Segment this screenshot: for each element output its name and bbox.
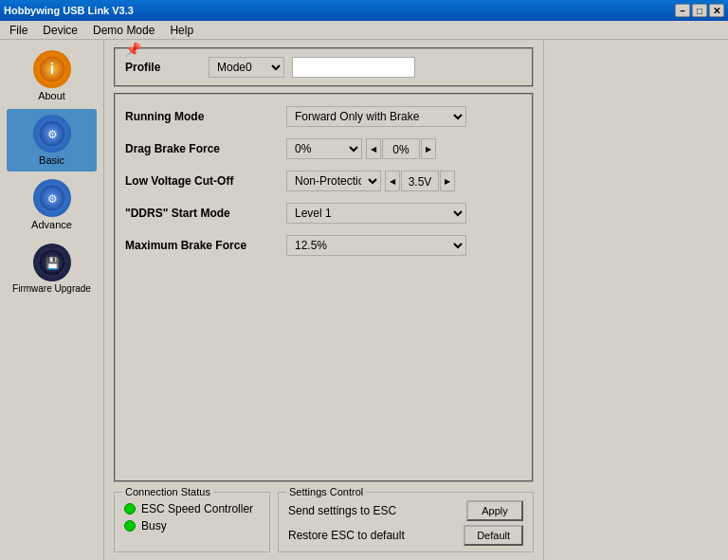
maximize-button[interactable]: □ [692, 4, 707, 17]
window-controls: – □ ✕ [675, 4, 724, 17]
profile-section: 📌 Profile Mode0 Mode1 Mode2 Mode3 [114, 47, 534, 87]
max-brake-label: Maximum Brake Force [125, 239, 277, 252]
max-brake-dropdown[interactable]: 12.5% 25% 37.5% 50% 62.5% 75% 87.5% 100% [286, 235, 466, 256]
busy-status-row: Busy [124, 519, 260, 533]
menu-demo-mode[interactable]: Demo Mode [85, 22, 162, 39]
menu-help[interactable]: Help [162, 22, 201, 39]
max-brake-control: 12.5% 25% 37.5% 50% 62.5% 75% 87.5% 100% [286, 235, 466, 256]
low-voltage-dropdown[interactable]: Non-Protection Auto Manual [286, 171, 381, 191]
max-brake-row: Maximum Brake Force 12.5% 25% 37.5% 50% … [125, 235, 522, 256]
send-to-esc-row: Send settings to ESC Apply [288, 500, 523, 521]
ddrs-row: "DDRS" Start Mode Level 1 Level 2 Level … [125, 203, 522, 224]
drag-brake-decrease[interactable]: ◀ [366, 138, 381, 159]
menu-device[interactable]: Device [35, 22, 85, 39]
send-to-esc-label: Send settings to ESC [288, 504, 396, 517]
low-voltage-row: Low Voltage Cut-Off Non-Protection Auto … [125, 171, 522, 191]
sidebar-label-about: About [38, 90, 65, 101]
esc-status-label: ESC Speed Controller [141, 502, 253, 515]
ddrs-control: Level 1 Level 2 Level 3 Level 4 Level 5 [286, 203, 466, 224]
connection-status-title: Connection Status [122, 486, 213, 497]
profile-name-input[interactable] [292, 57, 415, 78]
pin-icon: 📌 [125, 42, 141, 57]
main-content: 📌 Profile Mode0 Mode1 Mode2 Mode3 Runnin… [104, 40, 543, 560]
running-mode-control: Forward Only with Brake Forward/Backward… [286, 106, 466, 127]
drag-brake-control: 0% 25% 50% 75% 100% ◀ 0% ▶ [286, 138, 436, 159]
drag-brake-spinner: ◀ 0% ▶ [366, 138, 436, 159]
connection-status-box: Connection Status ESC Speed Controller B… [114, 492, 270, 552]
svg-text:i: i [49, 61, 53, 77]
minimize-button[interactable]: – [675, 4, 690, 17]
sidebar-item-advance[interactable]: ⚙ Advance [7, 173, 97, 236]
sidebar-label-advance: Advance [31, 219, 72, 230]
restore-default-label: Restore ESC to default [288, 529, 405, 542]
title-bar: Hobbywing USB Link V3.3 – □ ✕ [0, 0, 728, 21]
menu-bar: File Device Demo Mode Help [0, 21, 728, 40]
bottom-area: Connection Status ESC Speed Controller B… [114, 488, 534, 552]
drag-brake-row: Drag Brake Force 0% 25% 50% 75% 100% ◀ 0… [125, 138, 522, 159]
low-voltage-decrease[interactable]: ◀ [385, 171, 400, 191]
drag-brake-value: 0% [382, 138, 420, 159]
advance-icon: ⚙ [33, 179, 71, 217]
settings-control-title: Settings Control [286, 486, 366, 497]
sidebar-label-firmware: Firmware Upgrade [12, 283, 91, 294]
basic-icon: ⚙ [33, 115, 71, 153]
about-icon: i [33, 50, 71, 88]
close-button[interactable]: ✕ [709, 4, 724, 17]
sidebar: i About ⚙ [0, 40, 104, 560]
low-voltage-control: Non-Protection Auto Manual ◀ 3.5V ▶ [286, 171, 455, 191]
busy-status-led [124, 520, 136, 532]
svg-text:💾: 💾 [45, 256, 59, 270]
running-mode-dropdown[interactable]: Forward Only with Brake Forward/Backward… [286, 106, 466, 127]
profile-dropdown[interactable]: Mode0 Mode1 Mode2 Mode3 [209, 57, 284, 78]
apply-button[interactable]: Apply [466, 500, 523, 521]
menu-file[interactable]: File [2, 22, 35, 39]
sidebar-item-about[interactable]: i About [7, 45, 97, 107]
settings-control-box: Settings Control Send settings to ESC Ap… [278, 492, 534, 552]
busy-status-label: Busy [141, 519, 167, 533]
right-panel [543, 40, 728, 560]
sidebar-label-basic: Basic [39, 154, 64, 166]
low-voltage-spinner: ◀ 3.5V ▶ [385, 171, 455, 191]
drag-brake-dropdown[interactable]: 0% 25% 50% 75% 100% [286, 138, 362, 159]
sidebar-item-basic[interactable]: ⚙ Basic [7, 109, 97, 172]
profile-label: Profile [125, 61, 201, 74]
default-button[interactable]: Default [464, 525, 523, 546]
running-mode-row: Running Mode Forward Only with Brake For… [125, 106, 522, 127]
low-voltage-increase[interactable]: ▶ [440, 171, 455, 191]
sidebar-item-firmware[interactable]: 💾 Firmware Upgrade [7, 238, 97, 299]
firmware-icon: 💾 [33, 244, 71, 281]
settings-panel: Running Mode Forward Only with Brake For… [114, 93, 534, 482]
app-body: i About ⚙ [0, 40, 728, 560]
running-mode-label: Running Mode [125, 110, 277, 123]
esc-status-row: ESC Speed Controller [124, 502, 260, 515]
drag-brake-increase[interactable]: ▶ [421, 138, 436, 159]
ddrs-dropdown[interactable]: Level 1 Level 2 Level 3 Level 4 Level 5 [286, 203, 466, 224]
restore-default-row: Restore ESC to default Default [288, 525, 523, 546]
low-voltage-label: Low Voltage Cut-Off [125, 174, 277, 188]
low-voltage-value: 3.5V [401, 171, 439, 191]
svg-text:⚙: ⚙ [46, 128, 57, 141]
drag-brake-label: Drag Brake Force [125, 142, 277, 155]
app-title: Hobbywing USB Link V3.3 [4, 5, 134, 16]
ddrs-label: "DDRS" Start Mode [125, 207, 277, 220]
esc-status-led [124, 503, 136, 515]
svg-text:⚙: ⚙ [46, 192, 57, 206]
